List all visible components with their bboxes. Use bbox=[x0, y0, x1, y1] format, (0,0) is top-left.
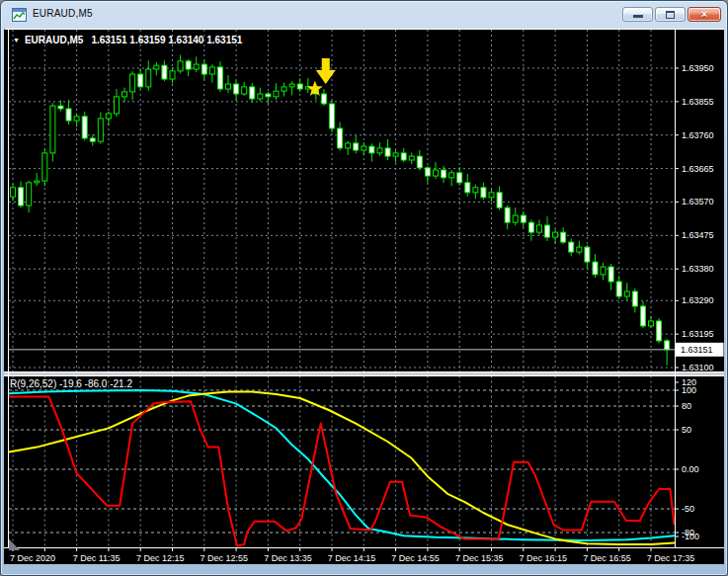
time-tick-label: 7 Dec 14:15 bbox=[328, 553, 376, 563]
price-tick-label: 1.63570 bbox=[682, 197, 714, 206]
time-tick-label: 7 Dec 14:55 bbox=[391, 553, 440, 563]
candle bbox=[640, 306, 645, 326]
candle bbox=[593, 262, 598, 275]
candle bbox=[58, 106, 63, 109]
price-tick-label: 1.63950 bbox=[682, 63, 714, 73]
candle bbox=[528, 222, 533, 232]
indicator-tick-label: 100 bbox=[682, 385, 696, 395]
candle bbox=[90, 138, 95, 141]
candle bbox=[657, 321, 662, 341]
candle bbox=[138, 74, 143, 87]
candle bbox=[234, 84, 239, 94]
candle bbox=[74, 117, 79, 121]
restore-button[interactable] bbox=[655, 7, 686, 22]
close-button[interactable]: × bbox=[688, 7, 721, 22]
candle bbox=[209, 67, 214, 74]
candle bbox=[536, 225, 541, 232]
candle bbox=[649, 321, 654, 326]
time-tick-label: 7 Dec 12:55 bbox=[201, 553, 249, 563]
indicator-tick-label: 0.00 bbox=[682, 464, 699, 474]
price-tick-label: 1.63380 bbox=[682, 264, 714, 274]
candle bbox=[521, 215, 526, 222]
price-tick-label: 1.63100 bbox=[682, 363, 714, 372]
candle bbox=[330, 104, 335, 128]
time-tick-label: 7 Dec 16:55 bbox=[583, 553, 631, 563]
candle bbox=[632, 291, 637, 306]
candle bbox=[497, 193, 502, 207]
candle bbox=[362, 146, 366, 150]
candle bbox=[98, 119, 103, 141]
candle bbox=[346, 143, 351, 148]
candle bbox=[601, 267, 606, 275]
minimize-button[interactable] bbox=[622, 7, 653, 22]
candle bbox=[417, 156, 422, 168]
candle bbox=[354, 143, 359, 150]
header-ohlc-values: 1.63151 1.63159 1.63140 1.63151 bbox=[91, 35, 242, 45]
candle bbox=[489, 193, 494, 198]
chart-area[interactable]: 1.639501.638551.637601.636651.635701.634… bbox=[4, 29, 724, 564]
time-tick-label: 7 Dec 11:35 bbox=[73, 553, 121, 563]
candle bbox=[385, 148, 390, 156]
candle bbox=[130, 74, 135, 92]
price-tick-label: 1.63195 bbox=[682, 329, 714, 339]
application-window: EURAUD,M5 × 1.639501.638551.637601.63665… bbox=[0, 0, 728, 576]
indicator-tick-label: -100 bbox=[682, 532, 699, 541]
candle bbox=[217, 67, 222, 89]
indicator-tick-label: -50 bbox=[682, 504, 694, 514]
price-tick-label: 1.63855 bbox=[682, 97, 714, 107]
price-tick-label: 1.63290 bbox=[682, 295, 714, 305]
pane-splitter[interactable] bbox=[4, 372, 724, 375]
candle bbox=[585, 247, 590, 262]
window-title: EURAUD,M5 bbox=[33, 8, 93, 19]
candle bbox=[338, 128, 343, 148]
price-chart[interactable]: 1.639501.638551.637601.636651.635701.634… bbox=[4, 29, 724, 564]
candle bbox=[11, 188, 16, 197]
candle bbox=[122, 92, 127, 97]
candle bbox=[553, 232, 558, 237]
candle bbox=[297, 84, 302, 89]
candle bbox=[274, 91, 279, 97]
indicator-label: R(9,26,52) -19.6 -86.0 -21.2 bbox=[10, 378, 132, 389]
candle bbox=[50, 106, 55, 153]
candle bbox=[473, 188, 478, 193]
indicator-tick-label: 50 bbox=[682, 425, 691, 435]
time-tick-label: 7 Dec 12:15 bbox=[136, 553, 185, 563]
candle bbox=[170, 71, 175, 79]
time-tick-label: 7 Dec 16:15 bbox=[520, 553, 568, 563]
time-tick-label: 7 Dec 17:35 bbox=[647, 553, 695, 563]
close-icon: × bbox=[688, 8, 720, 21]
candle bbox=[242, 87, 247, 94]
candle bbox=[146, 69, 151, 87]
candle bbox=[561, 232, 566, 242]
candle bbox=[616, 282, 621, 296]
window-controls: × bbox=[622, 7, 721, 22]
candle bbox=[665, 341, 670, 350]
candle bbox=[19, 188, 24, 206]
candle bbox=[449, 173, 454, 178]
candle bbox=[505, 207, 510, 222]
symbol-dropdown-icon[interactable]: ▼ bbox=[13, 37, 20, 43]
candle bbox=[66, 109, 71, 121]
candle bbox=[178, 61, 183, 71]
indicator-tick-label: 80 bbox=[682, 401, 691, 411]
candle bbox=[194, 64, 199, 69]
candle bbox=[569, 242, 574, 252]
candle bbox=[35, 181, 40, 183]
candle bbox=[42, 153, 47, 181]
candle bbox=[457, 173, 462, 183]
candle bbox=[409, 156, 414, 160]
candle bbox=[513, 215, 518, 222]
price-tick-label: 1.63475 bbox=[682, 230, 714, 240]
title-bar[interactable]: EURAUD,M5 × bbox=[1, 1, 727, 29]
time-tick-label: 7 Dec 13:35 bbox=[264, 553, 312, 563]
svg-text:1.63151: 1.63151 bbox=[681, 345, 713, 355]
current-price-badge: 1.63151 bbox=[676, 343, 724, 357]
price-tick-label: 1.63665 bbox=[682, 164, 714, 174]
candle bbox=[250, 87, 255, 99]
candle bbox=[401, 153, 406, 160]
candle bbox=[226, 84, 231, 89]
candle bbox=[608, 267, 613, 282]
minimize-icon bbox=[633, 15, 643, 18]
candle bbox=[266, 94, 271, 97]
candle bbox=[162, 65, 167, 79]
